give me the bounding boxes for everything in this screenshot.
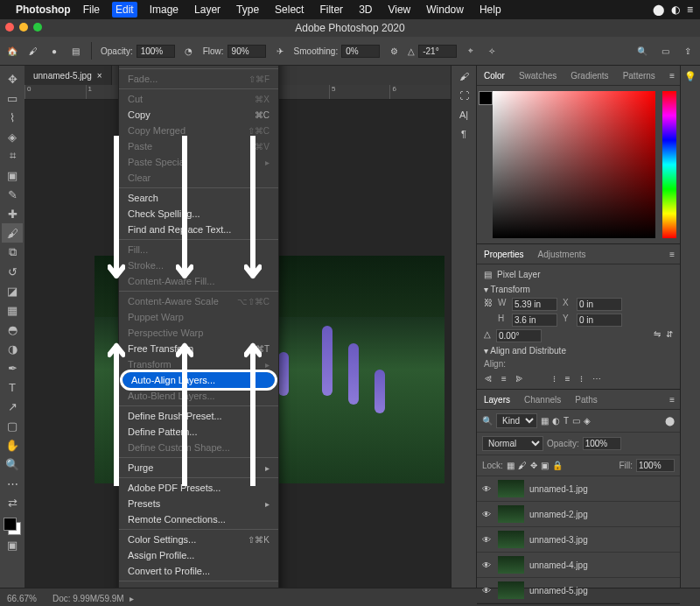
menu-item[interactable]: Convert to Profile... <box>119 563 278 579</box>
x-input[interactable] <box>577 298 622 311</box>
marquee-tool[interactable]: ▭ <box>2 88 23 108</box>
align-left-icon[interactable]: ⫷ <box>484 374 493 384</box>
visibility-icon[interactable]: 👁 <box>482 484 493 494</box>
align-right-icon[interactable]: ⫸ <box>515 374 524 384</box>
layer-thumbnail[interactable] <box>498 556 524 574</box>
layer-name[interactable]: unnamed-3.jpg <box>529 535 588 545</box>
type-tool[interactable]: T <box>2 377 23 397</box>
lock-position-icon[interactable]: ✥ <box>530 461 537 470</box>
align-bottom-icon[interactable]: ⫶ <box>579 374 584 384</box>
tab-paths[interactable]: Paths <box>568 390 605 409</box>
flip-v-icon[interactable]: ⇵ <box>666 329 673 342</box>
filter-shape-icon[interactable]: ▭ <box>572 416 580 426</box>
share-icon[interactable]: ⇪ <box>681 44 695 58</box>
airbrush-icon[interactable]: ✈ <box>273 44 287 58</box>
blend-mode[interactable]: Normal <box>482 436 543 451</box>
menu-item[interactable]: Keyboard Shortcuts...⌥⇧⌘K <box>119 583 278 588</box>
brush-preset-picker[interactable]: ● <box>47 44 61 58</box>
edit-toolbar[interactable]: ⇄ <box>2 493 23 512</box>
menu-item[interactable]: Color Settings...⇧⌘K <box>119 532 278 547</box>
layer-row[interactable]: 👁unnamed-5.jpg <box>477 578 680 603</box>
smoothing-options-icon[interactable]: ⚙ <box>387 44 401 58</box>
lock-paint-icon[interactable]: 🖌 <box>518 461 527 470</box>
menu-file[interactable]: File <box>80 2 103 18</box>
menu-item[interactable]: Remote Connections... <box>119 511 278 527</box>
filter-icon[interactable]: 🔍 <box>482 416 493 426</box>
layer-name[interactable]: unnamed-5.jpg <box>529 586 588 595</box>
crop-tool[interactable]: ⌗ <box>2 146 23 166</box>
layer-row[interactable]: 👁unnamed-3.jpg <box>477 527 680 553</box>
tab-adjustments[interactable]: Adjustments <box>531 244 593 264</box>
stamp-tool[interactable]: ⧉ <box>2 243 23 262</box>
path-tool[interactable]: ↗ <box>2 397 23 416</box>
tab-channels[interactable]: Channels <box>517 390 568 409</box>
history-brush-tool[interactable]: ↺ <box>2 262 23 281</box>
menu-item[interactable]: Assign Profile... <box>119 547 278 563</box>
frame-tool[interactable]: ▣ <box>2 166 23 185</box>
flip-h-icon[interactable]: ⇋ <box>654 329 661 342</box>
layer-name[interactable]: unnamed-2.jpg <box>529 510 588 519</box>
menu-view[interactable]: View <box>384 2 414 18</box>
visibility-icon[interactable]: 👁 <box>482 586 493 595</box>
link-wh-icon[interactable]: ⛓ <box>484 298 493 311</box>
document-tab[interactable]: unnamed-5.jpg × <box>24 66 112 85</box>
search-icon[interactable]: 🔍 <box>635 44 649 58</box>
filter-pixel-icon[interactable]: ▦ <box>541 416 549 426</box>
shape-tool[interactable]: ▢ <box>2 416 23 435</box>
layer-row[interactable]: 👁unnamed-1.jpg <box>477 476 680 502</box>
lasso-tool[interactable]: ⌇ <box>2 108 23 127</box>
paragraph-panel-icon[interactable]: A| <box>459 109 468 120</box>
tab-gradients[interactable]: Gradients <box>564 66 615 85</box>
width-input[interactable] <box>512 298 557 311</box>
layer-opacity[interactable] <box>583 437 621 450</box>
filter-adj-icon[interactable]: ◐ <box>552 416 560 426</box>
layer-thumbnail[interactable] <box>498 505 524 523</box>
brush-tool-icon[interactable]: 🖌 <box>26 44 40 58</box>
foreground-chip[interactable] <box>479 91 493 105</box>
quick-mask[interactable]: ▣ <box>2 535 23 554</box>
hand-tool[interactable]: ✋ <box>2 435 23 454</box>
visibility-icon[interactable]: 👁 <box>482 560 493 570</box>
menu-window[interactable]: Window <box>423 2 467 18</box>
filter-kind[interactable]: Kind <box>496 413 537 428</box>
tab-properties[interactable]: Properties <box>477 244 531 264</box>
dodge-tool[interactable]: ◑ <box>2 339 23 358</box>
layer-name[interactable]: unnamed-1.jpg <box>529 484 588 494</box>
selection-tool[interactable]: ◈ <box>2 127 23 146</box>
brushes-panel-icon[interactable]: 🖌 <box>459 71 469 81</box>
zoom-window[interactable] <box>33 23 42 32</box>
hue-strip[interactable] <box>662 91 676 238</box>
menu-image[interactable]: Image <box>146 2 182 18</box>
doc-info-chevron[interactable]: ▸ <box>130 594 134 603</box>
pressure-size-icon[interactable]: ⌖ <box>464 44 478 58</box>
menu-help[interactable]: Help <box>476 2 505 18</box>
tab-swatches[interactable]: Swatches <box>512 66 564 85</box>
menu-select[interactable]: Select <box>271 2 307 18</box>
panel-menu-icon[interactable]: ≡ <box>669 71 675 81</box>
smoothing-input[interactable]: 0% <box>341 45 380 58</box>
flow-input[interactable]: 90% <box>228 45 266 58</box>
character-panel-icon[interactable]: ¶ <box>461 129 466 139</box>
filter-smart-icon[interactable]: ◈ <box>584 416 591 426</box>
color-picker[interactable] <box>477 86 680 243</box>
panel-menu-icon[interactable]: ≡ <box>669 395 675 405</box>
transform-section[interactable]: ▾ Transform <box>484 285 673 294</box>
tab-layers[interactable]: Layers <box>477 390 517 409</box>
move-tool[interactable]: ✥ <box>2 69 23 88</box>
filter-type-icon[interactable]: T <box>564 416 569 426</box>
pen-tool[interactable]: ✒ <box>2 358 23 377</box>
rotation-input[interactable] <box>496 329 542 342</box>
tab-close-icon[interactable]: × <box>97 71 102 81</box>
eraser-tool[interactable]: ◪ <box>2 281 23 300</box>
align-center-v-icon[interactable]: ≡ <box>565 374 570 384</box>
menu-layer[interactable]: Layer <box>191 2 224 18</box>
height-input[interactable] <box>512 314 557 327</box>
menu-item[interactable]: Toggle Last State⌥⌘Z <box>119 66 278 67</box>
menu-type[interactable]: Type <box>233 2 262 18</box>
align-top-icon[interactable]: ⫶ <box>552 374 556 384</box>
layer-thumbnail[interactable] <box>498 531 524 548</box>
menu-filter[interactable]: Filter <box>316 2 346 18</box>
brush-settings-icon[interactable]: ▤ <box>68 44 82 58</box>
menu-item[interactable]: Copy⌘C <box>119 107 278 123</box>
lock-artboard-icon[interactable]: ▣ <box>541 461 549 470</box>
